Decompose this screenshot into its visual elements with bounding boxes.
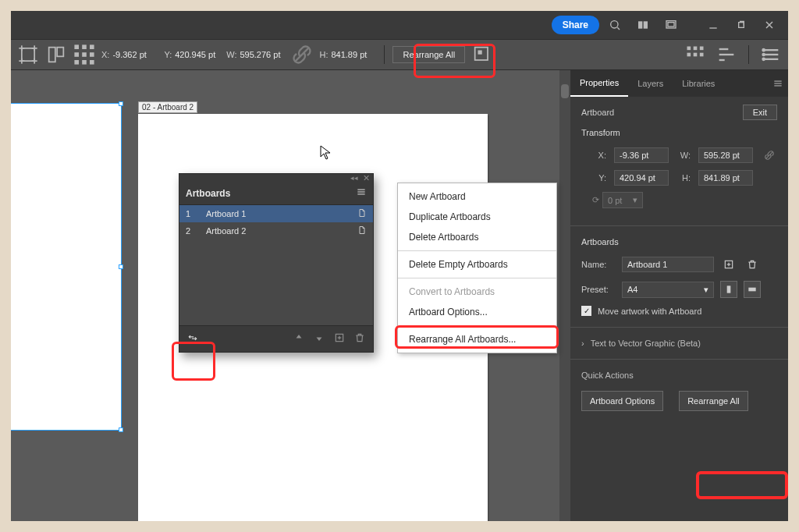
svg-point-47: [763, 59, 765, 60]
move-up-icon[interactable]: [293, 332, 304, 346]
name-label: Name:: [581, 260, 616, 269]
collapse-icon[interactable]: ◂◂: [350, 174, 358, 182]
artboard-1-selection[interactable]: [11, 103, 122, 431]
align-distribute-icon[interactable]: [716, 44, 737, 66]
artboard-options-icon[interactable]: [357, 225, 367, 236]
w-value[interactable]: 595.276 pt: [240, 50, 285, 59]
transform-x-input[interactable]: [614, 147, 669, 163]
artboards-list: 1 Artboard 1 2 Artboard 2: [179, 205, 373, 325]
search-icon[interactable]: [602, 14, 627, 36]
artboard-list-item[interactable]: 2 Artboard 2: [179, 222, 373, 239]
menu-rearrange-all-artboards[interactable]: Rearrange All Artboards...: [398, 329, 556, 349]
workspace-switch-icon[interactable]: [659, 14, 684, 36]
artboard-options-button[interactable]: Artboard Options: [581, 391, 663, 411]
h-value[interactable]: 841.89 pt: [331, 50, 376, 59]
y-label: Y:: [164, 50, 172, 59]
move-down-icon[interactable]: [314, 332, 325, 346]
transform-y-input[interactable]: [614, 170, 669, 186]
trash-icon[interactable]: [354, 332, 365, 346]
menu-new-artboard[interactable]: New Artboard: [398, 186, 556, 207]
svg-rect-23: [90, 44, 94, 49]
svg-rect-10: [22, 48, 34, 61]
resize-handle[interactable]: [119, 427, 123, 432]
svg-rect-38: [700, 53, 704, 57]
tab-libraries[interactable]: Libraries: [673, 70, 724, 97]
menu-delete-artboards[interactable]: Delete Artboards: [398, 227, 556, 247]
svg-rect-33: [687, 47, 691, 51]
exit-button[interactable]: Exit: [743, 105, 777, 120]
artboards-panel[interactable]: ◂◂ ✕ Artboards 1 Artboard 1 2 Artboard 2: [179, 173, 374, 353]
rearrange-all-button[interactable]: Rearrange All: [679, 391, 748, 411]
arrange-documents-icon[interactable]: [630, 14, 655, 36]
app-window: Share X: -9.362: [11, 11, 788, 521]
svg-rect-56: [748, 288, 755, 292]
svg-rect-3: [644, 21, 648, 28]
menu-artboard-options[interactable]: Artboard Options...: [398, 302, 556, 322]
link-dimensions-icon[interactable]: [761, 147, 778, 164]
svg-rect-37: [694, 53, 698, 57]
transform-w-input[interactable]: [698, 147, 753, 163]
transform-section-title: Transform: [581, 128, 777, 137]
orientation-landscape-icon[interactable]: [744, 281, 761, 298]
scrollbar-thumb[interactable]: [561, 84, 569, 98]
preset-value: A4: [627, 285, 637, 294]
more-options-icon[interactable]: [760, 44, 782, 66]
y-field[interactable]: Y: 420.945 pt: [164, 50, 220, 59]
panel-menu-icon[interactable]: [768, 78, 788, 89]
rearrange-all-icon[interactable]: [187, 332, 198, 346]
svg-line-1: [617, 27, 620, 30]
selection-type-label: Artboard: [581, 108, 614, 117]
w-field[interactable]: W: 595.276 pt: [226, 50, 285, 59]
panel-tabs: Properties Layers Libraries: [570, 70, 788, 97]
svg-rect-2: [638, 21, 642, 28]
resize-handle[interactable]: [119, 264, 123, 269]
preset-select[interactable]: A4 ▾: [622, 282, 714, 298]
artboard-name-input[interactable]: [622, 257, 714, 272]
x-value[interactable]: -9.362 pt: [112, 50, 158, 59]
rearrange-all-button[interactable]: Rearrange All: [392, 46, 465, 63]
grid-layout-icon[interactable]: [684, 44, 706, 66]
reference-point-icon[interactable]: [73, 44, 95, 66]
cursor-icon: [320, 145, 332, 164]
delete-artboard-icon[interactable]: [744, 256, 761, 273]
tab-properties[interactable]: Properties: [570, 70, 628, 97]
minimize-icon[interactable]: [701, 14, 726, 36]
h-field[interactable]: H: 841.89 pt: [319, 50, 376, 59]
tab-layers[interactable]: Layers: [628, 70, 673, 97]
transform-h-input[interactable]: [698, 170, 753, 186]
close-icon[interactable]: [757, 14, 782, 36]
vertical-scrollbar[interactable]: [559, 70, 570, 521]
restore-icon[interactable]: [729, 14, 754, 36]
rotation-input[interactable]: 0 pt▾: [602, 192, 643, 208]
svg-rect-24: [74, 52, 79, 57]
panel-context-menu: New Artboard Duplicate Artboards Delete …: [397, 183, 557, 353]
menu-delete-empty-artboards[interactable]: Delete Empty Artboards: [398, 254, 556, 275]
artboard-tool-icon[interactable]: [17, 44, 39, 66]
reference-point-grid[interactable]: [581, 147, 583, 168]
chevron-down-icon: ▾: [704, 285, 708, 295]
move-artwork-checkbox[interactable]: ✓ Move artwork with Artboard: [581, 306, 777, 316]
text-to-vector-disclosure[interactable]: › Text to Vector Graphic (Beta): [581, 339, 777, 348]
artboards-panel-title: Artboards: [186, 188, 230, 199]
artboard-2-label[interactable]: 02 - Artboard 2: [138, 101, 197, 113]
orientation-portrait-icon[interactable]: [720, 281, 737, 298]
close-panel-icon[interactable]: ✕: [363, 173, 370, 183]
link-dim-icon[interactable]: [291, 44, 313, 66]
artboard-options-icon[interactable]: [357, 208, 367, 219]
panel-flyout-menu-icon[interactable]: [356, 186, 367, 200]
y-value[interactable]: 420.945 pt: [175, 50, 220, 59]
new-artboard-icon[interactable]: [720, 256, 737, 273]
artboard-list-item[interactable]: 1 Artboard 1: [179, 205, 373, 222]
menu-duplicate-artboards[interactable]: Duplicate Artboards: [398, 207, 556, 227]
new-artboard-icon[interactable]: [334, 332, 345, 346]
svg-rect-29: [90, 60, 94, 65]
preset-picker-icon[interactable]: [45, 44, 67, 66]
x-field[interactable]: X: -9.362 pt: [101, 50, 158, 59]
share-button[interactable]: Share: [552, 16, 599, 34]
artboard-options-icon[interactable]: [471, 44, 493, 66]
artboard-index: 2: [186, 226, 197, 236]
svg-rect-28: [82, 60, 87, 65]
resize-handle[interactable]: [119, 101, 123, 106]
panel-drag-handle[interactable]: ◂◂ ✕: [179, 174, 373, 182]
svg-rect-20: [57, 48, 63, 57]
